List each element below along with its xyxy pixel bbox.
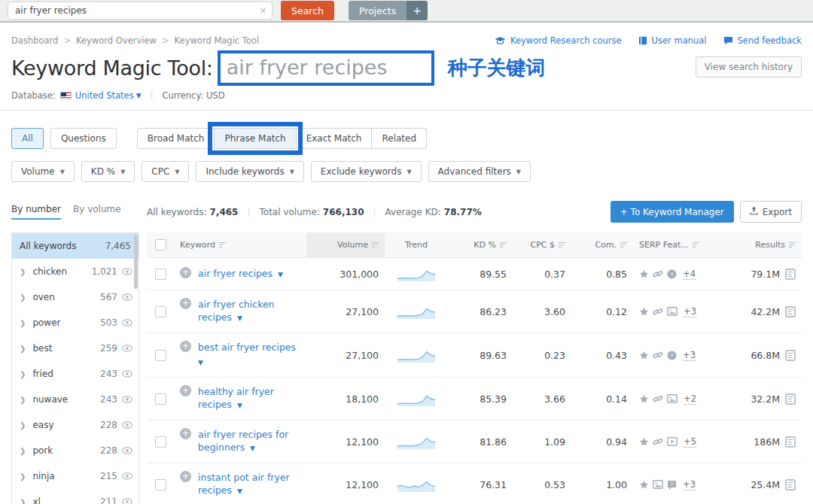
keyword-link[interactable]: air fryer recipes ▼	[198, 267, 283, 281]
header-link[interactable]: User manual	[638, 35, 707, 46]
row-checkbox[interactable]	[155, 479, 166, 490]
breadcrumb-item[interactable]: Dashboard	[11, 35, 58, 46]
chevron-right-icon[interactable]: ❯	[20, 396, 26, 404]
export-button[interactable]: Export	[740, 201, 802, 223]
database-selector[interactable]: United States	[75, 90, 134, 101]
tab-broad-match[interactable]: Broad Match	[137, 128, 215, 149]
breadcrumb-item[interactable]: Keyword Magic Tool	[175, 35, 260, 46]
filter-kd-[interactable]: KD %▼	[81, 161, 135, 182]
sidebar-group-nuwave[interactable]: ❯nuwave243	[12, 387, 139, 412]
to-keyword-manager-button[interactable]: + To Keyword Manager	[611, 201, 734, 223]
sidebar-group-xl[interactable]: ❯xl211	[12, 489, 139, 504]
chevron-right-icon[interactable]: ❯	[20, 268, 26, 276]
eye-icon[interactable]	[122, 396, 132, 403]
view-search-history-button[interactable]: View search history	[696, 56, 802, 77]
sort-icon[interactable]	[620, 242, 627, 248]
keyword-link[interactable]: air fryer chicken recipes ▼	[198, 298, 300, 325]
serp-snapshot-icon[interactable]	[785, 269, 796, 280]
column-header-serp-feat-[interactable]: SERP Feat...	[633, 232, 728, 257]
row-checkbox[interactable]	[155, 306, 166, 317]
sort-icon[interactable]	[559, 242, 565, 248]
serp-snapshot-icon[interactable]	[785, 436, 796, 448]
add-keyword-icon[interactable]: +	[180, 471, 191, 482]
serp-more-link[interactable]: +3	[684, 306, 696, 317]
chevron-down-icon[interactable]: ▼	[136, 92, 142, 99]
all-keywords-group[interactable]: All keywords 7,465	[12, 233, 139, 259]
serp-snapshot-icon[interactable]	[785, 306, 796, 317]
add-keyword-icon[interactable]: +	[180, 298, 191, 309]
sidebar-group-pork[interactable]: ❯pork228	[12, 438, 139, 463]
chevron-right-icon[interactable]: ❯	[20, 498, 26, 504]
add-keyword-icon[interactable]: +	[180, 428, 191, 439]
sort-icon[interactable]	[789, 242, 796, 248]
filter-exclude-keywords[interactable]: Exclude keywords▼	[311, 161, 422, 182]
search-button[interactable]: Search	[281, 1, 334, 20]
add-project-button[interactable]: +	[406, 1, 428, 20]
serp-snapshot-icon[interactable]	[785, 479, 796, 490]
sidebar-group-easy[interactable]: ❯easy228	[12, 412, 139, 438]
serp-more-link[interactable]: +2	[684, 393, 696, 405]
tab-related[interactable]: Related	[371, 128, 427, 149]
add-keyword-icon[interactable]: +	[180, 385, 191, 396]
keyword-link[interactable]: air fryer recipes for beginners ▼	[198, 428, 300, 455]
filter-cpc[interactable]: CPC▼	[142, 161, 189, 182]
projects-button[interactable]: Projects	[349, 1, 406, 20]
eye-icon[interactable]	[122, 319, 132, 326]
row-checkbox[interactable]	[155, 436, 166, 448]
chevron-right-icon[interactable]: ❯	[20, 345, 26, 353]
clear-search-icon[interactable]: ×	[259, 5, 267, 17]
sidebar-scrollbar[interactable]	[134, 235, 138, 289]
eye-icon[interactable]	[122, 421, 132, 429]
sort-icon[interactable]	[219, 242, 226, 248]
tab-exact-match[interactable]: Exact Match	[296, 128, 373, 149]
filter-include-keywords[interactable]: Include keywords▼	[196, 161, 303, 182]
column-header-kd-[interactable]: KD %	[448, 232, 513, 257]
chevron-right-icon[interactable]: ❯	[20, 447, 26, 455]
serp-snapshot-icon[interactable]	[785, 393, 796, 405]
row-checkbox[interactable]	[155, 269, 166, 280]
chevron-right-icon[interactable]: ❯	[20, 472, 26, 481]
sidebar-group-ninja[interactable]: ❯ninja215	[12, 463, 139, 489]
eye-icon[interactable]	[122, 447, 132, 454]
select-all-checkbox[interactable]	[155, 239, 166, 250]
column-header-volume[interactable]: Volume	[306, 232, 385, 257]
eye-icon[interactable]	[122, 345, 132, 352]
add-keyword-icon[interactable]: +	[180, 267, 191, 278]
column-header-keyword[interactable]: Keyword	[174, 232, 306, 257]
header-link[interactable]: Keyword Research course	[495, 35, 622, 46]
column-header-cpc-[interactable]: CPC $	[513, 232, 571, 257]
sort-icon[interactable]	[500, 242, 507, 248]
eye-icon[interactable]	[122, 498, 132, 504]
tab-all[interactable]: All	[11, 128, 44, 149]
serp-more-link[interactable]: +4	[683, 269, 696, 280]
search-input[interactable]	[8, 2, 273, 20]
breadcrumb-item[interactable]: Keyword Overview	[76, 35, 157, 46]
tab-by-volume[interactable]: By volume	[73, 204, 121, 220]
column-header-com-[interactable]: Com.	[571, 232, 633, 257]
header-link[interactable]: Send feedback	[723, 35, 802, 46]
sidebar-group-best[interactable]: ❯best259	[12, 335, 139, 361]
eye-icon[interactable]	[122, 472, 132, 480]
chevron-right-icon[interactable]: ❯	[20, 370, 26, 378]
keyword-link[interactable]: healthy air fryer recipes ▼	[198, 385, 300, 412]
tab-questions[interactable]: Questions	[50, 128, 117, 149]
chevron-right-icon[interactable]: ❯	[20, 319, 26, 327]
row-checkbox[interactable]	[155, 393, 166, 405]
row-checkbox[interactable]	[155, 350, 166, 361]
eye-icon[interactable]	[122, 268, 132, 275]
serp-more-link[interactable]: +3	[683, 350, 696, 361]
chevron-right-icon[interactable]: ❯	[20, 421, 26, 430]
sidebar-group-oven[interactable]: ❯oven567	[12, 284, 139, 310]
filter-volume[interactable]: Volume▼	[11, 161, 75, 182]
sidebar-group-fried[interactable]: ❯fried243	[12, 361, 139, 387]
sort-icon[interactable]	[372, 242, 379, 248]
add-keyword-icon[interactable]: +	[180, 341, 191, 352]
serp-more-link[interactable]: +5	[684, 436, 696, 448]
tab-phrase-match[interactable]: Phrase Match	[214, 128, 296, 149]
serp-snapshot-icon[interactable]	[785, 350, 796, 361]
filter-advanced-filters[interactable]: Advanced filters▼	[428, 161, 531, 182]
sidebar-group-power[interactable]: ❯power503	[12, 310, 139, 335]
tab-by-number[interactable]: By number	[11, 204, 61, 220]
keyword-link[interactable]: instant pot air fryer recipes ▼	[198, 471, 300, 498]
keyword-link[interactable]: best air fryer recipes ▼	[198, 341, 300, 369]
